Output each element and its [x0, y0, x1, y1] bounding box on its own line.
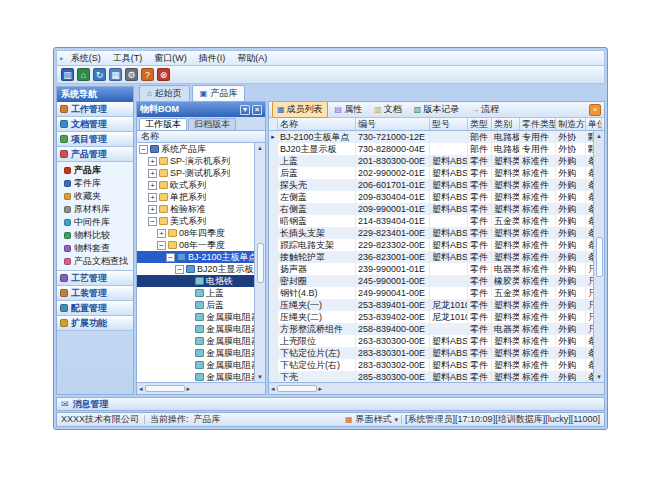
table-row[interactable]: 下钻定位片(左)283-830301-00E塑料ABS零件塑料类标准件外购条: [269, 347, 593, 359]
table-row[interactable]: 暗钢盖214-839404-01E零件五金类标准件外购条: [269, 215, 593, 227]
tree-vertical-scrollbar[interactable]: ▴ ▾: [254, 143, 265, 382]
tree-node[interactable]: 金属膜电阻器: [137, 347, 254, 359]
scroll-thumb[interactable]: [145, 385, 185, 392]
menu-item-system[interactable]: 系统(S): [66, 51, 106, 66]
sidebar-item-parts-library[interactable]: 零件库: [57, 177, 133, 190]
table-row[interactable]: 上盖201-830300-00E塑料ABS零件塑料类标准件外购条: [269, 155, 593, 167]
column-header-7[interactable]: 单位: [586, 118, 602, 130]
sidebar-section-process[interactable]: 工艺管理: [57, 271, 133, 286]
sidebar-section-work[interactable]: 工作管理: [57, 102, 133, 117]
tree-node[interactable]: 金属膜电阻器: [137, 359, 254, 371]
style-dropdown-icon[interactable]: ▾: [395, 416, 399, 424]
tree-node[interactable]: −美式系列: [137, 215, 254, 227]
scroll-right-icon[interactable]: ▸: [187, 385, 191, 393]
tree-node[interactable]: +单把系列: [137, 191, 254, 203]
sidebar-section-project[interactable]: 项目管理: [57, 132, 133, 147]
table-row[interactable]: 左侧盖209-830404-01E塑料ABS零件塑料类标准件外购条: [269, 191, 593, 203]
sidebar-section-document[interactable]: 文档管理: [57, 117, 133, 132]
column-header-6[interactable]: 制造方式: [556, 118, 586, 130]
tree-node[interactable]: −BJ-2100主板单点: [137, 251, 254, 263]
column-header-5[interactable]: 零件类型: [520, 118, 556, 130]
scroll-thumb[interactable]: [596, 237, 603, 277]
table-row[interactable]: 上壳限位263-830300-00E塑料ABS零件塑料类标准件外购条: [269, 335, 593, 347]
tree-node[interactable]: +检验标准: [137, 203, 254, 215]
view-button-properties[interactable]: ▤属性: [330, 101, 368, 118]
tree-node[interactable]: 电烙铁: [137, 275, 254, 287]
expand-toggle-icon[interactable]: +: [157, 229, 166, 238]
scroll-left-icon[interactable]: ◂: [139, 385, 143, 393]
table-row[interactable]: 钢针(4.B)249-990041-00E零件五金类标准件外购只: [269, 287, 593, 299]
exit-icon[interactable]: ⊗: [157, 68, 170, 81]
table-row[interactable]: 探头壳206-601701-01E塑料ABS零件塑料类标准件外购条: [269, 179, 593, 191]
tree-node[interactable]: +欧式系列: [137, 179, 254, 191]
menu-item-plugins[interactable]: 插件(I): [194, 51, 231, 66]
table-row[interactable]: 扬声器239-990001-01E零件电器类标准件外购只: [269, 263, 593, 275]
view-grid-icon[interactable]: ▦: [109, 68, 122, 81]
table-row[interactable]: 压绳夹(二)253-839402-00E尼龙1010零件塑料类标准件外购只: [269, 311, 593, 323]
tree-node[interactable]: 金属膜电阻器: [137, 323, 254, 335]
table-row[interactable]: 下壳285-830300-00E塑料ABS零件塑料类标准件外购条: [269, 371, 593, 382]
tab-product-library[interactable]: ▣产品库: [192, 85, 246, 101]
expand-toggle-icon[interactable]: +: [148, 169, 157, 178]
scroll-thumb[interactable]: [257, 243, 264, 283]
expand-toggle-icon[interactable]: +: [148, 181, 157, 190]
table-row[interactable]: 右侧盖209-990001-01E塑料ABS零件塑料类标准件外购条: [269, 203, 593, 215]
tab-start-page[interactable]: ⌂起始页: [139, 85, 190, 101]
sidebar-item-product-library[interactable]: 产品库: [57, 164, 133, 177]
expand-toggle-icon[interactable]: −: [157, 241, 166, 250]
column-header-0[interactable]: 名称: [278, 118, 356, 130]
column-header-1[interactable]: 编号: [356, 118, 430, 130]
table-row[interactable]: 下钻定位片(右)283-830302-00E塑料ABS零件塑料类标准件外购条: [269, 359, 593, 371]
version-tab-working[interactable]: 工作版本: [139, 118, 187, 130]
tree-node[interactable]: 金属膜电阻器: [137, 311, 254, 323]
pin-icon[interactable]: ▾: [240, 105, 250, 115]
sidebar-item-product-doc-search[interactable]: 产品文档查找: [57, 255, 133, 268]
sidebar-section-tooling[interactable]: 工装管理: [57, 286, 133, 301]
navigation-pane-icon[interactable]: ▥: [61, 68, 74, 81]
scroll-up-icon[interactable]: ▴: [258, 144, 262, 152]
tree-node[interactable]: 金属膜电阻器: [137, 371, 254, 382]
settings-icon[interactable]: ⚙: [125, 68, 138, 81]
help-icon[interactable]: ?: [141, 68, 154, 81]
sidebar-item-favorites[interactable]: 收藏夹: [57, 190, 133, 203]
tree-node[interactable]: +SP-测试机系列: [137, 167, 254, 179]
scroll-right-icon[interactable]: ▸: [319, 385, 323, 393]
table-vertical-scrollbar[interactable]: ▴ ▾: [593, 131, 604, 382]
scroll-down-icon[interactable]: ▾: [258, 373, 262, 381]
menu-item-tools[interactable]: 工具(T): [108, 51, 148, 66]
tree-column-header[interactable]: 名称: [137, 131, 265, 143]
sidebar-section-configuration[interactable]: 配置管理: [57, 301, 133, 316]
refresh-icon[interactable]: ↻: [93, 68, 106, 81]
version-tab-archived[interactable]: 归档版本: [188, 118, 236, 130]
view-button-documents[interactable]: ▥文档: [369, 101, 407, 118]
sidebar-item-middleware-library[interactable]: 中间件库: [57, 216, 133, 229]
sidebar-item-raw-materials[interactable]: 原材料库: [57, 203, 133, 216]
view-button-version-history[interactable]: ▧版本记录: [409, 101, 465, 118]
view-button-workflow[interactable]: →流程: [466, 101, 504, 118]
table-row[interactable]: 跟踪电路支架229-823302-00E塑料ABS零件塑料类标准件外购条: [269, 239, 593, 251]
message-bar[interactable]: ✉ 消息管理: [56, 397, 605, 411]
menu-item-window[interactable]: 窗口(W): [149, 51, 192, 66]
sidebar-item-material-compare[interactable]: 物料比较: [57, 229, 133, 242]
scroll-left-icon[interactable]: ◂: [271, 385, 275, 393]
tree-node[interactable]: +SP-演示机系列: [137, 155, 254, 167]
table-row[interactable]: 接触轮护罩236-823001-00E塑料ABS零件塑料类标准件外购条: [269, 251, 593, 263]
column-header-2[interactable]: 型号: [430, 118, 468, 130]
expand-toggle-icon[interactable]: −: [175, 265, 184, 274]
expand-toggle-icon[interactable]: +: [148, 157, 157, 166]
tree-horizontal-scrollbar[interactable]: ◂ ▸: [137, 382, 265, 394]
expand-toggle-icon[interactable]: +: [148, 205, 157, 214]
table-row[interactable]: 后盖202-990002-01E塑料ABS零件塑料类标准件外购条: [269, 167, 593, 179]
expand-toggle-icon[interactable]: −: [139, 145, 148, 154]
column-header-3[interactable]: 类型: [468, 118, 492, 130]
expand-toggle-icon[interactable]: +: [148, 193, 157, 202]
column-header-4[interactable]: 类别: [492, 118, 520, 130]
menu-item-help[interactable]: 帮助(A): [232, 51, 272, 66]
scroll-thumb[interactable]: [277, 385, 317, 392]
tree-node[interactable]: 后盖: [137, 299, 254, 311]
expand-toggle-icon[interactable]: −: [166, 253, 175, 262]
scroll-up-icon[interactable]: ▴: [597, 132, 601, 140]
view-button-member-list[interactable]: ▦成员列表: [272, 101, 328, 118]
tree-node[interactable]: −08年一季度: [137, 239, 254, 251]
panel-close-icon[interactable]: ×: [589, 104, 601, 116]
